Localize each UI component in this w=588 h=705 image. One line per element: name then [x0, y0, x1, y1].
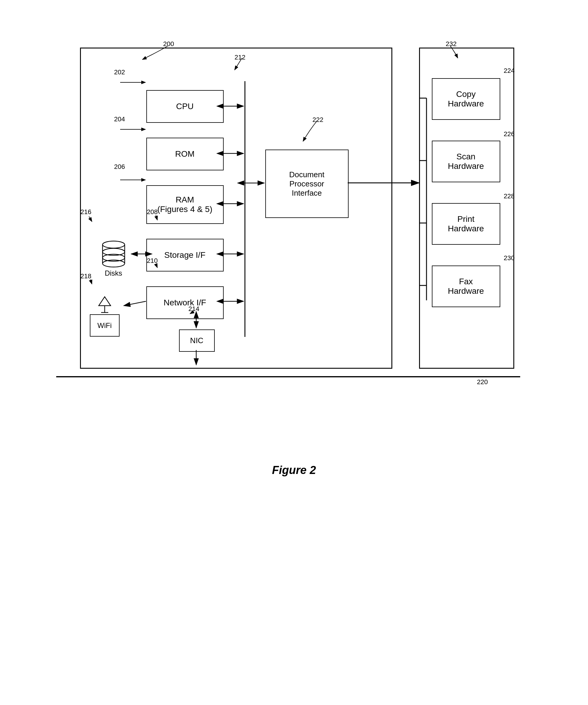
print-hw-label: Print Hardware — [448, 215, 484, 233]
ref-226: 226 — [504, 130, 515, 138]
ref-208: 208 — [147, 208, 158, 216]
ref-230: 230 — [504, 254, 515, 262]
ref-216: 216 — [81, 208, 92, 216]
storage-box: Storage I/F — [146, 239, 224, 272]
scan-hw-label: Scan Hardware — [448, 152, 484, 171]
bottom-line — [56, 376, 520, 377]
ram-label: RAM (Figures 4 & 5) — [157, 195, 212, 214]
disks-cylinder-icon — [99, 239, 129, 268]
wifi-box: WiFi — [90, 314, 120, 337]
fax-hw-label: Fax Hardware — [448, 277, 484, 296]
network-box: Network I/F — [146, 286, 224, 319]
ref-206: 206 — [114, 163, 125, 171]
figure-caption: Figure 2 — [272, 464, 316, 477]
ref-212: 212 — [235, 53, 246, 61]
ref-214: 214 — [189, 305, 199, 313]
ref-218: 218 — [81, 272, 92, 280]
dpi-label: Document Processor Interface — [289, 170, 324, 198]
diagram: CPU ROM RAM (Figures 4 & 5) Storage I/F … — [56, 24, 532, 440]
print-hardware-box: Print Hardware — [432, 203, 500, 245]
main-box: CPU ROM RAM (Figures 4 & 5) Storage I/F … — [80, 48, 392, 369]
ref-222: 222 — [313, 116, 324, 124]
ref-204: 204 — [114, 115, 125, 123]
ref-224: 224 — [504, 67, 515, 75]
svg-line-19 — [124, 301, 146, 306]
cpu-box: CPU — [146, 90, 224, 123]
ref-210: 210 — [147, 257, 158, 265]
ref-228: 228 — [504, 192, 515, 200]
rom-box: ROM — [146, 138, 224, 171]
bus-line — [244, 81, 245, 337]
fax-hardware-box: Fax Hardware — [432, 266, 500, 307]
dpi-box: Document Processor Interface — [265, 150, 349, 218]
disks-container: Disks — [96, 239, 131, 277]
antenna-icon — [96, 295, 114, 313]
svg-point-0 — [102, 241, 124, 248]
ram-box: RAM (Figures 4 & 5) — [146, 185, 224, 224]
disks-label: Disks — [105, 269, 122, 277]
wifi-container: WiFi — [90, 295, 120, 337]
ref-232: 232 — [446, 40, 457, 48]
nic-box: NIC — [179, 329, 215, 352]
ref-200: 200 — [163, 40, 174, 48]
copy-hw-label: Copy Hardware — [448, 90, 484, 108]
svg-marker-7 — [99, 297, 110, 306]
copy-hardware-box: Copy Hardware — [432, 78, 500, 120]
ref-202: 202 — [114, 68, 125, 76]
ref-220: 220 — [477, 378, 488, 386]
scan-hardware-box: Scan Hardware — [432, 141, 500, 182]
right-box: Copy Hardware Scan Hardware Print Hardwa… — [419, 48, 514, 369]
